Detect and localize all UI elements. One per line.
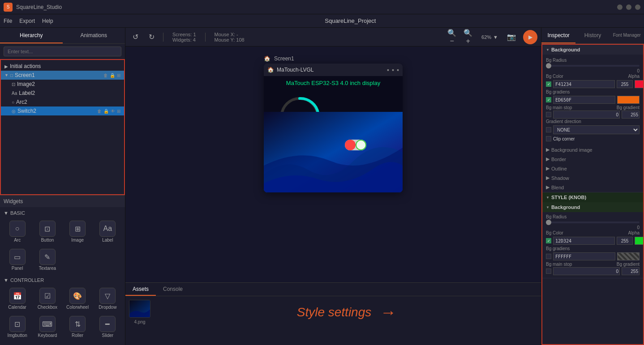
zoom-out-button[interactable]: 🔍− [446, 31, 458, 43]
blend-section[interactable]: ▶ Blend [542, 183, 643, 192]
bg-color-row [546, 79, 640, 89]
tab-inspector[interactable]: Inspector [541, 28, 575, 43]
basic-section-toggle[interactable]: ▼ BASIC [4, 209, 121, 217]
bg-gradiens-input[interactable] [553, 96, 615, 104]
knob-gradiens-swatch[interactable] [617, 252, 640, 260]
tab-font-manager[interactable]: Font Manager [610, 28, 644, 43]
device-home-icon: 🏠 [267, 67, 274, 73]
knob-stop-checkbox[interactable] [546, 268, 551, 274]
knob-bg-color-checkbox[interactable] [546, 238, 551, 243]
zoom-in-button[interactable]: 🔍+ [462, 31, 474, 43]
widget-slider[interactable]: ━ Slider [94, 314, 121, 340]
signal-icon: ▪ [397, 66, 399, 73]
widget-dropdown[interactable]: ▽ Dropdow [94, 286, 121, 311]
controller-section-toggle[interactable]: ▼ CONTROLLER [4, 276, 121, 284]
switch-lock-action[interactable]: 🔒 [103, 109, 109, 114]
lock-action[interactable]: 🔒 [110, 73, 115, 78]
bg-gradiens-checkbox[interactable] [546, 97, 551, 102]
maximize-button[interactable] [626, 4, 631, 10]
imgbutton-widget-icon: ⊡ [9, 316, 26, 332]
widget-calendar[interactable]: 📅 Calendar [4, 286, 31, 311]
tab-hierarchy[interactable]: Hierarchy [0, 28, 63, 43]
tree-item-initial-actions[interactable]: ▶ Initial actions [1, 62, 124, 71]
bg-radius-thumb[interactable] [546, 63, 551, 68]
bg-color-input[interactable] [553, 80, 615, 88]
widget-panel[interactable]: ▭ Panel [4, 247, 31, 273]
switch-delete-action[interactable]: 🗑 [97, 109, 102, 114]
play-button[interactable]: ▶ [523, 30, 537, 44]
image-widget-icon: ⊞ [69, 221, 86, 237]
knob-gradient-stop-input[interactable] [622, 267, 640, 275]
tree-item-label2[interactable]: Aa Label2 [1, 89, 124, 98]
widget-button[interactable]: ⊡ Button [34, 219, 61, 244]
canvas[interactable]: 🏠 Screen1 🏠 MaTouch-LVGL ▪ ▪ ▪ [125, 47, 541, 282]
knob-bg-color-swatch[interactable] [635, 237, 644, 245]
gradient-dir-checkbox[interactable] [546, 127, 551, 132]
knob-gradiens-input[interactable] [553, 252, 615, 260]
asset-item-4png[interactable]: 4.png [129, 300, 150, 324]
delete-action[interactable]: 🗑 [103, 73, 108, 78]
border-section[interactable]: ▶ Border [542, 154, 643, 164]
knob-bg-alpha-input[interactable] [617, 237, 633, 245]
section-style-knob: ▼ STYLE (KNOB) ▼ Background Bg Radius [542, 192, 643, 278]
knob-gradiens-checkbox[interactable] [546, 254, 551, 259]
device-screen[interactable]: MaTouch ESP32-S3 4.0 inch display [264, 76, 403, 192]
widget-image[interactable]: ⊞ Image [64, 219, 91, 244]
bg-main-stop-input[interactable] [553, 111, 620, 119]
background-image-section[interactable]: ▶ Background image [542, 145, 643, 154]
widget-imgbutton[interactable]: ⊡ Imgbutton [4, 314, 31, 340]
shadow-section[interactable]: ▶ Shadow [542, 173, 643, 183]
close-button[interactable] [635, 4, 640, 10]
knob-bg-radius-thumb[interactable] [546, 220, 551, 225]
bg-stop-checkbox[interactable] [546, 112, 551, 117]
tab-history[interactable]: History [575, 28, 610, 43]
undo-button[interactable]: ↺ [129, 31, 142, 43]
switch-visible-action[interactable]: 👁 [111, 109, 115, 114]
tree-item-screen1[interactable]: ▼ □ Screen1 🗑 🔒 ⊞ [1, 71, 124, 80]
group-action[interactable]: ⊞ [117, 73, 120, 78]
knob-main-stop-input[interactable] [553, 267, 620, 275]
widget-keyboard[interactable]: ⌨ Keyboard [34, 314, 61, 340]
widget-colorwheel[interactable]: 🎨 Colorwheel [64, 286, 91, 311]
menu-help[interactable]: Help [42, 18, 53, 24]
widget-checkbox[interactable]: ☑ Checkbox [34, 286, 61, 311]
bottom-panel: Assets Console [125, 282, 541, 345]
menu-export[interactable]: Export [19, 18, 35, 24]
background-section-header[interactable]: ▼ Background [542, 45, 643, 55]
knob-bg-header[interactable]: ▼ Background [542, 202, 643, 212]
bg-color-header: Bg Color Alpha [546, 73, 640, 79]
menu-file[interactable]: File [4, 18, 12, 24]
style-knob-section-header[interactable]: ▼ STYLE (KNOB) [542, 192, 643, 202]
switch-widget[interactable] [344, 139, 367, 152]
tab-animations[interactable]: Animations [63, 28, 125, 43]
clip-corner-checkbox[interactable] [546, 136, 551, 141]
tab-console[interactable]: Console [156, 283, 190, 296]
search-input[interactable] [4, 47, 121, 56]
bg-radius-slider[interactable] [546, 65, 640, 67]
widget-textarea[interactable]: ✎ Textarea [34, 247, 61, 273]
screenshot-button[interactable]: 📷 [505, 31, 518, 43]
minimize-button[interactable] [617, 4, 623, 10]
knob-bg-color-input[interactable] [553, 237, 615, 245]
switch-group-action[interactable]: ⊞ [117, 109, 120, 114]
bg-gradient-stop-input[interactable] [622, 111, 640, 119]
tab-assets[interactable]: Assets [125, 283, 156, 296]
widget-roller[interactable]: ⇅ Roller [64, 314, 91, 340]
gradient-direction-select[interactable]: NONE HOR VER [553, 125, 640, 134]
tree-item-switch2[interactable]: ◎ Switch2 🗑 🔒 👁 ⊞ [1, 106, 124, 115]
bg-color-checkbox[interactable] [546, 81, 551, 87]
gradient-direction-row: NONE HOR VER [546, 124, 640, 135]
knob-bg-radius-slider[interactable] [546, 221, 640, 223]
widget-arc[interactable]: ○ Arc [4, 219, 31, 244]
center-area: ↺ ↻ Screens: 1 Widgets: 4 Mouse X: - Mou… [125, 28, 541, 345]
asset-thumbnail [129, 300, 150, 318]
bg-color-swatch[interactable] [635, 80, 644, 88]
panel-widget-icon: ▭ [9, 249, 26, 265]
bg-gradiens-swatch[interactable] [617, 96, 640, 104]
outline-section[interactable]: ▶ Outline [542, 164, 643, 173]
tree-item-arc2[interactable]: ○ Arc2 [1, 98, 124, 106]
tree-item-image2[interactable]: ⊡ Image2 [1, 80, 124, 89]
widget-label[interactable]: Aa Label [94, 219, 121, 244]
redo-button[interactable]: ↻ [145, 31, 158, 43]
bg-alpha-input[interactable] [617, 80, 633, 88]
